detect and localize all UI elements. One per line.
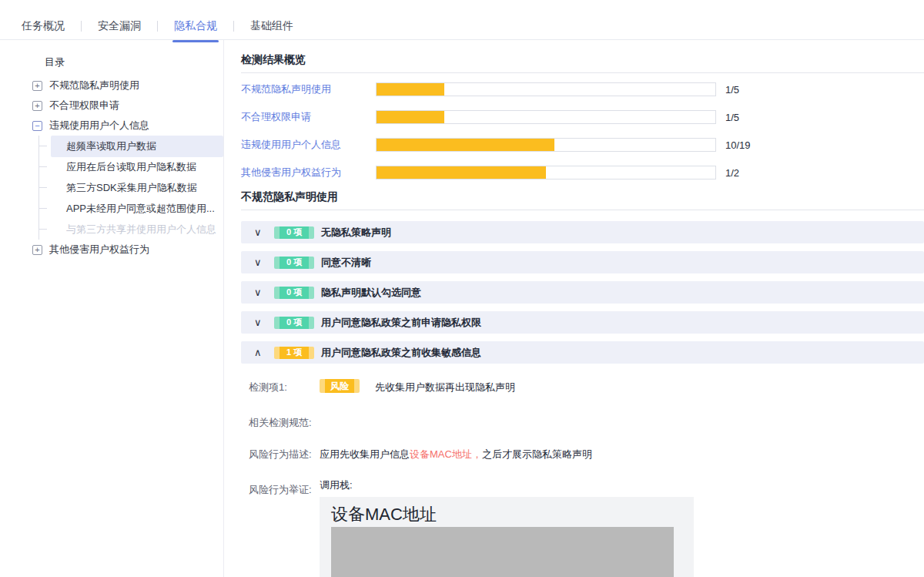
overview-row-link[interactable]: 不合理权限申请 bbox=[241, 110, 376, 124]
tree-node-other-rights-violations[interactable]: + 其他侵害用户权益行为 bbox=[0, 240, 223, 260]
overview-rows: 不规范隐私声明使用 1/5 不合理权限申请 1/5 违规使用用户个人信息 10/… bbox=[241, 82, 924, 179]
count-badge: 1 项 bbox=[274, 347, 314, 359]
count-badge: 0 项 bbox=[274, 257, 314, 269]
detail-panel: 检测项1: 风险 先收集用户数据再出现隐私声明 相关检测规范: 风险行为描述: … bbox=[241, 364, 924, 577]
tree-children: 超频率读取用户数据 应用在后台读取用户隐私数据 第三方SDK采集用户隐私数据 A… bbox=[38, 136, 223, 240]
overview-row-link[interactable]: 不规范隐私声明使用 bbox=[241, 82, 376, 96]
tree-leaf-label[interactable]: 应用在后台读取用户隐私数据 bbox=[51, 156, 223, 178]
progress-bar bbox=[376, 110, 716, 124]
tree-leaf-label-selected[interactable]: 超频率读取用户数据 bbox=[51, 136, 223, 157]
overview-row: 其他侵害用户权益行为 1/2 bbox=[241, 166, 924, 179]
detail-item-text: 先收集用户数据再出现隐私声明 bbox=[375, 379, 515, 394]
evidence-content: 调用栈: 设备MAC地址 android.net.wifi.WifiInfo.g… bbox=[320, 478, 694, 577]
progress-bar-fill bbox=[377, 139, 554, 151]
category-section-title: 不规范隐私声明使用 bbox=[241, 190, 924, 210]
progress-value: 10/19 bbox=[725, 139, 751, 151]
risk-badge: 风险 bbox=[320, 379, 360, 393]
tree-leaf-overfrequency-read[interactable]: 超频率读取用户数据 bbox=[39, 136, 223, 156]
accordion-row-title: 同意不清晰 bbox=[321, 256, 371, 270]
overview-section-title: 检测结果概览 bbox=[241, 53, 924, 73]
top-tab-bar: 任务概况 安全漏洞 隐私合规 基础组件 bbox=[0, 0, 924, 40]
accordion-list: ∨ 0 项 无隐私策略声明 ∨ 0 项 同意不清晰 ∨ 0 项 隐私声明默认勾选… bbox=[241, 221, 924, 364]
redaction-mask bbox=[331, 527, 674, 577]
detail-row-evidence: 风险行为举证: 调用栈: 设备MAC地址 android.net.wifi.Wi… bbox=[249, 478, 924, 577]
chevron-down-icon[interactable]: ∨ bbox=[254, 257, 266, 268]
accordion-row-title: 隐私声明默认勾选同意 bbox=[321, 286, 421, 300]
count-badge: 0 项 bbox=[274, 287, 314, 299]
accordion-row-title: 用户同意隐私政策之前收集敏感信息 bbox=[321, 346, 481, 360]
main-panel: 检测结果概览 不规范隐私声明使用 1/5 不合理权限申请 1/5 违规使用用户个… bbox=[224, 40, 924, 577]
risk-description-text: 应用先收集用户信息设备MAC地址，之后才展示隐私策略声明 bbox=[320, 446, 592, 461]
expand-icon[interactable]: + bbox=[32, 245, 42, 255]
accordion-row-permission-before-consent[interactable]: ∨ 0 项 用户同意隐私政策之前申请隐私权限 bbox=[241, 311, 924, 334]
collapse-icon[interactable]: − bbox=[32, 121, 42, 131]
tab-task-overview[interactable]: 任务概况 bbox=[22, 19, 65, 41]
tree-node-illegal-use-personal-info[interactable]: − 违规使用用户个人信息 bbox=[0, 116, 223, 136]
chevron-down-icon[interactable]: ∨ bbox=[254, 287, 266, 298]
evidence-box: 设备MAC地址 android.net.wifi.WifiInfo.getMac… bbox=[320, 497, 694, 577]
detail-label: 风险行为举证: bbox=[249, 478, 320, 577]
progress-bar bbox=[376, 82, 716, 96]
tree-leaf-share-with-thirdparty[interactable]: 与第三方共享并使用用户个人信息 bbox=[39, 219, 223, 240]
tab-security-vulnerabilities[interactable]: 安全漏洞 bbox=[98, 19, 141, 41]
tree-leaf-label[interactable]: 第三方SDK采集用户隐私数据 bbox=[51, 177, 223, 199]
evidence-title: 设备MAC地址 bbox=[331, 503, 694, 526]
catalog-sidebar: 目录 + 不规范隐私声明使用 + 不合理权限申请 − 违规使用用户个人信息 超频… bbox=[0, 40, 224, 577]
progress-bar bbox=[376, 138, 716, 152]
call-stack-label: 调用栈: bbox=[320, 478, 694, 492]
tab-privacy-compliance-label: 隐私合规 bbox=[174, 19, 217, 32]
chevron-up-icon[interactable]: ∧ bbox=[254, 347, 266, 358]
tab-basic-components[interactable]: 基础组件 bbox=[250, 19, 293, 41]
active-tab-underline bbox=[172, 40, 219, 42]
tab-divider bbox=[81, 21, 82, 32]
progress-bar-fill bbox=[377, 111, 444, 123]
accordion-row-collect-before-consent[interactable]: ∧ 1 项 用户同意隐私政策之前收集敏感信息 bbox=[241, 341, 924, 364]
accordion-row-consent-unclear[interactable]: ∨ 0 项 同意不清晰 bbox=[241, 251, 924, 273]
tree-leaf-app-without-consent[interactable]: APP未经用户同意或超范围使用... bbox=[39, 198, 223, 219]
tree-node-label: 不规范隐私声明使用 bbox=[49, 79, 139, 92]
detail-row-description: 风险行为描述: 应用先收集用户信息设备MAC地址，之后才展示隐私策略声明 bbox=[249, 446, 924, 461]
description-highlight: 设备MAC地址， bbox=[410, 448, 482, 460]
tree-leaf-background-read[interactable]: 应用在后台读取用户隐私数据 bbox=[39, 156, 223, 177]
tree-leaf-thirdparty-sdk-collect[interactable]: 第三方SDK采集用户隐私数据 bbox=[39, 177, 223, 198]
overview-row-link[interactable]: 违规使用用户个人信息 bbox=[241, 138, 376, 152]
accordion-row-no-privacy-policy[interactable]: ∨ 0 项 无隐私策略声明 bbox=[241, 221, 924, 243]
tab-divider bbox=[157, 21, 158, 32]
detail-row-item: 检测项1: 风险 先收集用户数据再出现隐私声明 bbox=[249, 379, 924, 394]
accordion-row-title: 用户同意隐私政策之前申请隐私权限 bbox=[321, 316, 481, 330]
tree-node-label: 其他侵害用户权益行为 bbox=[49, 243, 149, 257]
detail-label: 检测项1: bbox=[249, 379, 320, 394]
overview-row: 不规范隐私声明使用 1/5 bbox=[241, 82, 924, 96]
chevron-down-icon[interactable]: ∨ bbox=[254, 317, 266, 328]
progress-bar-fill bbox=[377, 83, 444, 96]
tree-leaf-label[interactable]: APP未经用户同意或超范围使用... bbox=[51, 198, 223, 220]
tree-leaf-label-disabled: 与第三方共享并使用用户个人信息 bbox=[51, 219, 223, 240]
tree-node-nonstandard-privacy-statement[interactable]: + 不规范隐私声明使用 bbox=[0, 75, 223, 96]
progress-value: 1/2 bbox=[725, 167, 739, 179]
tree-node-label: 违规使用用户个人信息 bbox=[49, 119, 149, 133]
description-prefix: 应用先收集用户信息 bbox=[320, 448, 410, 460]
accordion-row-title: 无隐私策略声明 bbox=[321, 226, 391, 240]
progress-bar bbox=[376, 166, 716, 179]
tab-privacy-compliance[interactable]: 隐私合规 bbox=[174, 19, 217, 41]
count-badge: 0 项 bbox=[274, 317, 314, 329]
sidebar-title: 目录 bbox=[45, 55, 223, 69]
detail-label: 相关检测规范: bbox=[249, 414, 320, 430]
expand-icon[interactable]: + bbox=[32, 101, 42, 111]
tree-node-label: 不合理权限申请 bbox=[49, 99, 119, 112]
description-suffix: 之后才展示隐私策略声明 bbox=[482, 448, 592, 460]
detail-row-spec: 相关检测规范: bbox=[249, 414, 924, 430]
chevron-down-icon[interactable]: ∨ bbox=[254, 226, 266, 238]
overview-row-link[interactable]: 其他侵害用户权益行为 bbox=[241, 166, 376, 179]
overview-row: 违规使用用户个人信息 10/19 bbox=[241, 138, 924, 152]
detail-label: 风险行为描述: bbox=[249, 446, 320, 461]
progress-value: 1/5 bbox=[725, 84, 739, 96]
overview-row: 不合理权限申请 1/5 bbox=[241, 110, 924, 124]
accordion-row-default-checked-consent[interactable]: ∨ 0 项 隐私声明默认勾选同意 bbox=[241, 281, 924, 304]
tab-divider bbox=[233, 21, 234, 32]
expand-icon[interactable]: + bbox=[32, 81, 42, 91]
progress-value: 1/5 bbox=[725, 112, 739, 123]
tree-node-unreasonable-permission-request[interactable]: + 不合理权限申请 bbox=[0, 96, 223, 116]
count-badge: 0 项 bbox=[274, 226, 314, 239]
progress-bar-fill bbox=[377, 166, 546, 179]
